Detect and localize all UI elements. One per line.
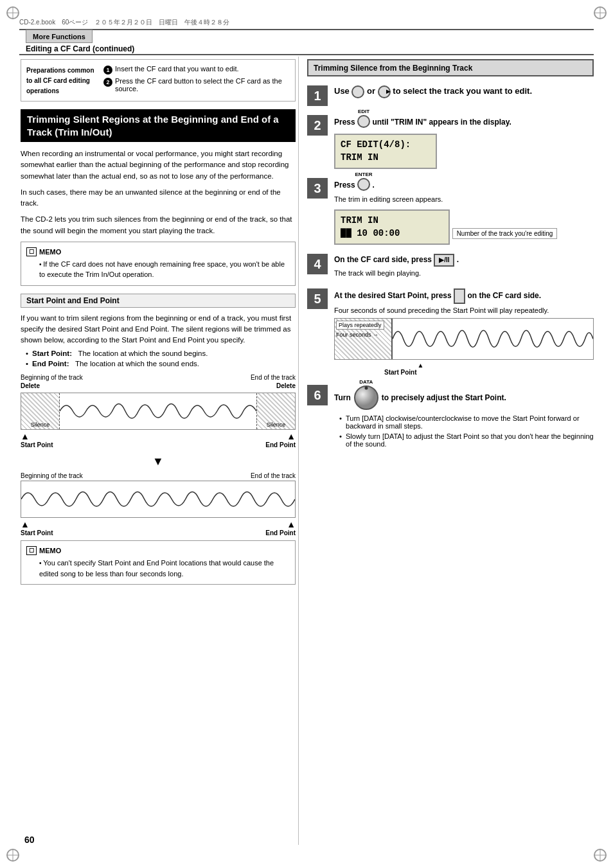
step-4-text: On the CF card side, press ▶/II . <box>334 254 594 267</box>
column-divider <box>298 57 299 845</box>
editing-cf-label: Editing a CF Card (continued) <box>26 44 134 53</box>
header-text: CD-2.e.book 60ページ ２０５年２月２０日 日曜日 午後４時２８分 <box>19 18 229 27</box>
edit-knob: EDIT <box>357 115 370 130</box>
enter-knob: ENTER <box>357 178 370 193</box>
point-labels-2: ▲ Start Point ▲ End Point <box>21 519 296 536</box>
step-3-note: Number of the track you're editing <box>452 228 558 239</box>
waveform-diagram-2: Beginning of the track End of the track … <box>21 472 296 536</box>
waveform-container-2 <box>21 481 296 518</box>
step-6-bullet-1: • Turn [DATA] clockwise/counterclockwise… <box>339 414 594 430</box>
step-1-content: Use or ▶ to select the track you want to… <box>334 85 594 98</box>
step-number-4: 4 <box>307 254 328 274</box>
start-end-header: Start Point and End Point <box>21 294 296 308</box>
divider <box>19 54 594 55</box>
memo-title-2: ☐ MEMO <box>26 546 290 555</box>
preparations-box: Preparations common to all CF card editi… <box>21 59 296 102</box>
step-5-content: At the desired Start Point, press on the… <box>334 288 594 376</box>
prep-step-2: 2 Press the CF card button to select the… <box>103 77 290 93</box>
memo-icon-1: ☐ <box>26 247 37 256</box>
step-1-text: Use or ▶ to select the track you want to… <box>334 85 594 98</box>
start-end-text: If you want to trim silent regions from … <box>21 313 296 346</box>
step-number-1: 1 <box>307 85 328 106</box>
step-6-text: Turn DATA to precisely a <box>334 385 594 411</box>
silence-left: Silence <box>21 393 60 429</box>
arrow-down: ▼ <box>21 455 296 468</box>
point-labels-1: ▲ Start Point ▲ End Point <box>21 431 296 448</box>
step-number-2: 2 <box>307 115 328 136</box>
waveform-diagram-1: Beginning of the track End of the track … <box>21 374 296 448</box>
step-3-container: 3 Press ENTER . The trim in editing scre… <box>307 178 594 245</box>
step-number-3: 3 <box>307 178 328 199</box>
trim-silence-header: Trimming Silence from the Beginning Trac… <box>307 59 594 76</box>
memo-icon-2: ☐ <box>26 546 37 555</box>
prep-step-1: 1 Insert the CF card that you want to ed… <box>103 65 290 75</box>
step-6-bullet-2: • Slowly turn [DATA] to adjust the Start… <box>339 432 594 448</box>
corner-mark-tr <box>594 6 607 19</box>
corner-mark-tl <box>6 6 19 19</box>
step-2-container: 2 Press EDIT until "TRIM IN" appears in … <box>307 115 594 169</box>
waveform-svg-1 <box>60 393 256 429</box>
memo-text-1: • If the CF card does not have enough re… <box>26 259 290 280</box>
main-title-box: Trimming Silent Regions at the Beginning… <box>21 109 296 142</box>
step-5-start-point-text: Start Point <box>384 369 594 376</box>
memo-box-1: ☐ MEMO • If the CF card does not have en… <box>21 242 296 286</box>
main-title: Trimming Silent Regions at the Beginning… <box>27 113 289 138</box>
waveform-container-1: Silence Silence <box>21 393 296 430</box>
step-6-container: 6 Turn DATA <box>307 385 594 450</box>
step-1-container: 1 Use or ▶ to select the track you want … <box>307 85 594 106</box>
prep-num-2: 2 <box>103 78 112 87</box>
more-functions-label: More Functions <box>33 33 85 40</box>
body-para3: The CD-2 lets you trim such silences fro… <box>21 214 296 236</box>
preparations-title-col: Preparations common to all CF card editi… <box>26 65 97 96</box>
delete-labels: Delete Delete <box>21 382 296 393</box>
silence-right: Silence <box>256 393 295 429</box>
corner-mark-bl <box>6 849 19 862</box>
step-2-content: Press EDIT until "TRIM IN" appears in th… <box>334 115 594 169</box>
memo-box-2: ☐ MEMO • You can't specify Start Point a… <box>21 540 296 585</box>
step-3-text: Press ENTER . <box>334 178 594 193</box>
more-functions-box: More Functions <box>26 30 93 43</box>
body-para1: When recording an instrumental or vocal … <box>21 148 296 182</box>
data-knob-icon: DATA <box>353 385 379 411</box>
preparations-steps: 1 Insert the CF card that you want to ed… <box>103 65 290 96</box>
step-6-content: Turn DATA to precisely a <box>334 385 594 450</box>
step-5-waveform-area: Plays repeatedly Four seconds → ▲ Start … <box>334 318 594 376</box>
knob-left-icon <box>351 85 364 98</box>
waveform-svg-2 <box>21 481 295 517</box>
step-3-display: TRIM IN ██ 10 00:00 <box>334 209 450 245</box>
step-5-text: At the desired Start Point, press on the… <box>334 288 594 304</box>
step5-wave-svg <box>393 319 593 359</box>
end-point-bullet: • End Point: The location at which the s… <box>26 360 296 368</box>
delete-right-label: Delete <box>276 382 296 389</box>
prep-num-1: 1 <box>103 66 112 75</box>
right-column: Trimming Silence from the Beginning Trac… <box>307 59 594 459</box>
step-3-subtext: The trim in editing screen appears. <box>334 195 594 203</box>
memo-text-2: • You can't specify Start Point and End … <box>26 558 290 579</box>
svg-point-1 <box>364 387 368 390</box>
step-3-content: Press ENTER . The trim in editing screen… <box>334 178 594 245</box>
step-2-text: Press EDIT until "TRIM IN" appears in th… <box>334 115 594 130</box>
step-4-container: 4 On the CF card side, press ▶/II . The … <box>307 254 594 279</box>
play-button-icon: ▶/II <box>434 254 454 267</box>
step-5-waveform: Plays repeatedly Four seconds → <box>334 318 594 360</box>
step-number-6: 6 <box>307 385 328 405</box>
step-6-bullets: • Turn [DATA] clockwise/counterclockwise… <box>334 414 594 448</box>
page-number: 60 <box>24 835 35 845</box>
step-5-container: 5 At the desired Start Point, press on t… <box>307 288 594 376</box>
knob-right-icon: ▶ <box>378 85 391 98</box>
left-column: Preparations common to all CF card editi… <box>21 59 296 592</box>
step-4-content: On the CF card side, press ▶/II . The tr… <box>334 254 594 279</box>
four-seconds-label: Four seconds → <box>336 332 378 338</box>
memo-title-1: ☐ MEMO <box>26 247 290 256</box>
delete-left-label: Delete <box>21 382 40 389</box>
step-5-subtext: Four seconds of sound preceding the Star… <box>334 306 594 314</box>
step-2-display: CF EDIT(4/8): TRIM IN <box>334 134 437 169</box>
marker-button-icon <box>454 288 465 304</box>
start-point-bullet: • Start Point: The location at which the… <box>26 350 296 357</box>
step-5-start-point-label: ▲ <box>334 362 594 369</box>
header-bar: CD-2.e.book 60ページ ２０５年２月２０日 日曜日 午後４時２８分 <box>19 18 594 30</box>
step-number-5: 5 <box>307 288 328 309</box>
body-para2: In such cases, there may be an unwanted … <box>21 187 296 209</box>
step-4-subtext: The track will begin playing. <box>334 269 594 277</box>
plays-repeatedly-label: Plays repeatedly <box>336 321 384 330</box>
